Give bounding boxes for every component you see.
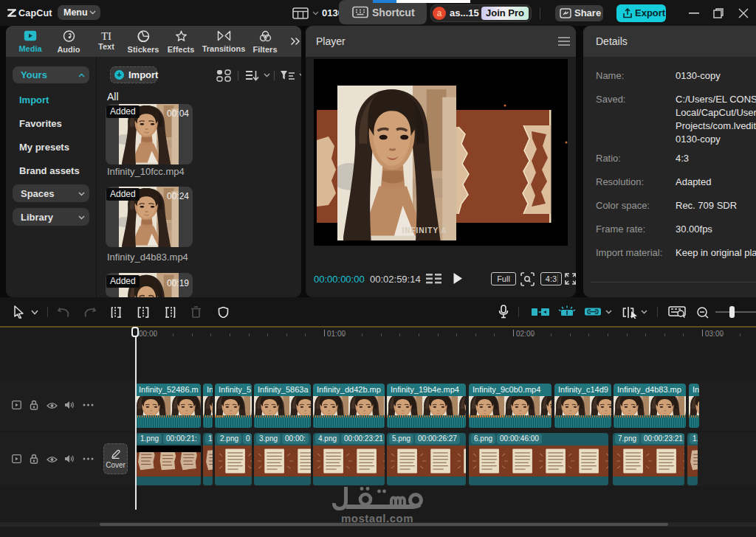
svg-text:INFINITY A: INFINITY A <box>402 226 447 235</box>
